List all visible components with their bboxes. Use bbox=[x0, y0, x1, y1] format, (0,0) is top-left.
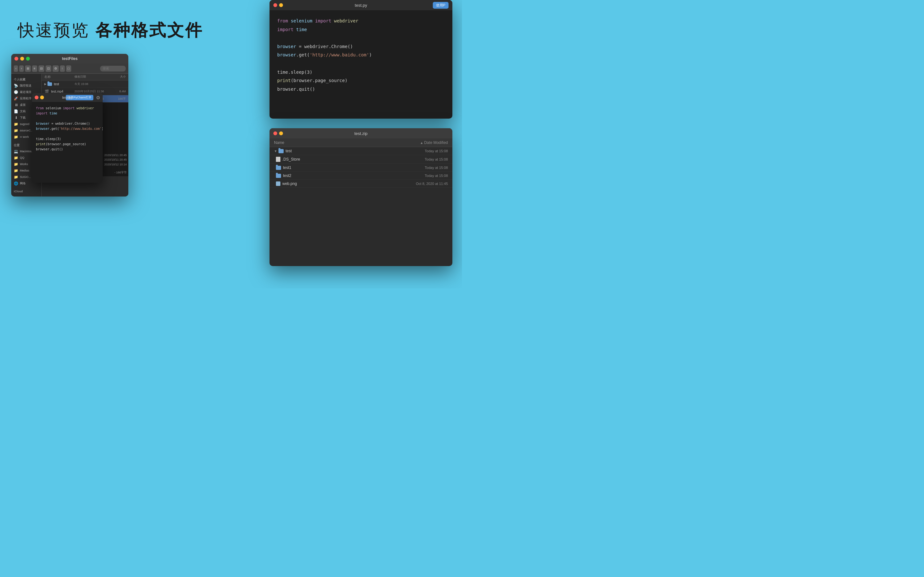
sidebar-label-work: ∞ work bbox=[20, 135, 29, 139]
recents-icon: 🕐 bbox=[14, 90, 18, 94]
zip-filename-test: test bbox=[286, 149, 390, 153]
view-icon-button[interactable]: ⊞ bbox=[25, 65, 31, 72]
desktop-icon: 🖥 bbox=[14, 103, 18, 107]
zip-folder-icon-test bbox=[278, 149, 284, 153]
sidebar-label-airdrop: 隔空投送 bbox=[20, 84, 31, 88]
finder-window-title: testFiles bbox=[62, 56, 78, 61]
file-list-header: 名称 修改日期 大小 bbox=[42, 74, 128, 81]
downloads-icon: ⬇ bbox=[14, 115, 18, 120]
zip-date-ds-store: Today at 15:08 bbox=[390, 157, 448, 161]
zip-title-text: test.zip bbox=[354, 131, 367, 136]
view-list-button[interactable]: ≡ bbox=[32, 65, 37, 72]
folder-icon bbox=[47, 81, 52, 87]
zip-traffic-yellow[interactable] bbox=[279, 131, 283, 135]
code-window-titlebar: test.py 使用P bbox=[270, 0, 452, 10]
search-input[interactable] bbox=[100, 66, 126, 71]
zip-date-test1: Today at 15:08 bbox=[390, 166, 448, 169]
forward-button[interactable]: › bbox=[19, 65, 23, 72]
zip-file-row-ds-store[interactable]: .DS_Store Today at 15:08 bbox=[270, 155, 452, 164]
preview-traffic-yellow[interactable] bbox=[40, 95, 44, 99]
view-column-button[interactable]: ⊟ bbox=[39, 65, 44, 72]
zip-traffic-red[interactable] bbox=[273, 131, 277, 135]
code-traffic-yellow[interactable] bbox=[279, 3, 283, 7]
sidebar-icloud-title: iCloud bbox=[11, 189, 41, 193]
sidebar-label-works: Works bbox=[20, 163, 28, 166]
code-window-title: test.py bbox=[355, 3, 367, 8]
docs-icon: 📄 bbox=[14, 109, 18, 113]
view-gallery-button[interactable]: ⊡ bbox=[45, 65, 51, 72]
sourcec-icon: 📁 bbox=[14, 128, 18, 133]
col-date-header: 修改日期 bbox=[74, 75, 110, 79]
sort-arrow-icon: ▲ bbox=[420, 141, 424, 145]
zip-folder-icon-test2 bbox=[276, 174, 281, 178]
traffic-yellow[interactable] bbox=[20, 57, 24, 61]
code-open-button[interactable]: 使用P bbox=[433, 2, 449, 9]
zip-file-header: Name ▲ Date Modified bbox=[270, 139, 452, 147]
headline: 快速预览 各种格式文件 bbox=[18, 19, 203, 42]
file-size-testmp4: 8.4M bbox=[110, 90, 126, 93]
zip-date-col-header: ▲ Date Modified bbox=[390, 140, 448, 145]
network-icon: 🌐 bbox=[14, 181, 18, 185]
sidebar-label-network: 网络 bbox=[20, 181, 26, 185]
work-icon: 📁 bbox=[14, 135, 18, 139]
sidebar-label-recents: 最近项目 bbox=[20, 90, 31, 94]
zip-filename-webpng: web.png bbox=[282, 181, 390, 186]
zip-filename-ds-store: .DS_Store bbox=[282, 157, 390, 161]
preview-code-body: from selenium import webdriver import ti… bbox=[32, 102, 103, 156]
zip-file-row-test1[interactable]: test1 Today at 15:08 bbox=[270, 164, 452, 172]
sidebar-label-qq: QQ bbox=[20, 156, 24, 159]
finder-titlebar: testFiles bbox=[11, 54, 128, 63]
sidebar-item-airdrop[interactable]: 📡 隔空投送 bbox=[11, 82, 41, 89]
zip-file-row-webpng[interactable]: web.png Oct 8, 2020 at 11:45 bbox=[270, 180, 452, 188]
action-button[interactable]: ⚙ bbox=[53, 65, 59, 72]
sugood-icon: 📁 bbox=[14, 122, 18, 126]
zip-titlebar: test.zip bbox=[270, 128, 452, 139]
traffic-green[interactable] bbox=[26, 57, 30, 61]
date-stamps: 2020/10/11 20:452020/10/11 20:452020/10/… bbox=[104, 153, 127, 167]
traffic-red[interactable] bbox=[15, 57, 18, 61]
sidebar-tags-title: 标签 bbox=[11, 195, 41, 197]
expand-chevron: ▼ bbox=[274, 149, 277, 153]
zip-folder-icon-test1 bbox=[276, 166, 281, 170]
sidebar-favorites-title: 个人收藏 bbox=[11, 76, 41, 82]
zip-file-icon-ds bbox=[276, 157, 280, 162]
zip-window: test.zip Name ▲ Date Modified ▼ test Tod… bbox=[270, 128, 452, 266]
zip-date-test: Today at 15:08 bbox=[390, 149, 448, 153]
tag-button[interactable]: □ bbox=[66, 65, 71, 72]
sidebar-label-docs: 文稿 bbox=[20, 109, 26, 113]
preview-traffic-red[interactable] bbox=[35, 95, 39, 99]
finder-toolbar: ‹ › ⊞ ≡ ⊟ ⊡ ⚙ ↑ □ bbox=[11, 63, 128, 74]
sidebar-label-sugood: sugood bbox=[20, 122, 29, 126]
file-date-test: 今天 15:08 bbox=[74, 82, 110, 86]
code-window-body: from selenium import webdriver import ti… bbox=[270, 10, 452, 100]
headline-prefix: 快速预览 bbox=[18, 21, 89, 39]
file-row-test-folder[interactable]: ▶ test 今天 15:08 bbox=[42, 81, 128, 88]
headline-bold: 各种格式文件 bbox=[95, 21, 203, 39]
quick-preview-window: test.py 使用PyCharm打开 ⊙ from selenium impo… bbox=[32, 93, 103, 183]
col-name-header: 名称 bbox=[44, 75, 74, 79]
expand-arrow: ▶ bbox=[44, 82, 47, 85]
sidebar-label-macintosh: Macintos... bbox=[20, 150, 34, 153]
code-window: test.py 使用P from selenium import webdriv… bbox=[270, 0, 452, 119]
sidebar-label-medias: Medias bbox=[20, 169, 29, 172]
airdrop-icon: 📡 bbox=[14, 83, 18, 88]
file-name-test: test bbox=[54, 82, 74, 86]
preview-titlebar: test.py 使用PyCharm打开 ⊙ bbox=[32, 93, 103, 102]
preview-title-text: test.py bbox=[62, 95, 73, 99]
share-button[interactable]: ↑ bbox=[60, 65, 65, 72]
zip-filename-test2: test2 bbox=[283, 173, 390, 178]
file-size-testpy: 166字 bbox=[110, 97, 126, 101]
zip-filename-test1: test1 bbox=[283, 165, 390, 170]
zip-file-row-test[interactable]: ▼ test Today at 15:08 bbox=[270, 147, 452, 155]
size-indicator: - 166字节 bbox=[114, 171, 127, 175]
works-icon: 📁 bbox=[14, 162, 18, 166]
zip-name-col-header: Name bbox=[274, 140, 390, 145]
back-button[interactable]: ‹ bbox=[14, 65, 18, 72]
col-size-header: 大小 bbox=[110, 75, 126, 79]
sugo-icon: 📁 bbox=[14, 175, 18, 179]
qq-icon: 📁 bbox=[14, 155, 18, 160]
code-traffic-red[interactable] bbox=[273, 3, 277, 7]
preview-close-button[interactable]: ⊙ bbox=[96, 95, 100, 100]
zip-file-row-test2[interactable]: test2 Today at 15:08 bbox=[270, 172, 452, 180]
sidebar-label-desktop: 桌面 bbox=[20, 103, 26, 107]
